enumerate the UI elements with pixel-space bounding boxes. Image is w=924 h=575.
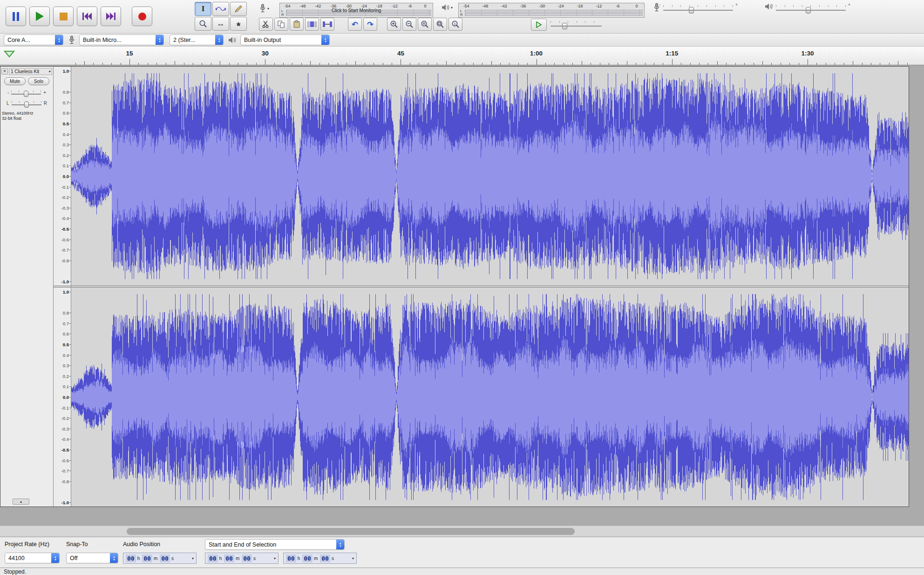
track-name-dropdown[interactable]: 1 Clueless Kit ▾ <box>9 68 52 75</box>
trim-icon <box>307 21 317 28</box>
mic-icon <box>259 4 266 13</box>
copy-button[interactable] <box>274 18 288 31</box>
trim-audio-button[interactable] <box>305 18 319 31</box>
play-speed-thumb[interactable] <box>562 23 567 29</box>
copy-icon <box>277 20 285 28</box>
play-at-speed-toolbar <box>531 19 602 31</box>
snap-to-dropdown[interactable]: Off ▴▾ <box>66 553 118 563</box>
audio-track: × 1 Clueless Kit ▾ Mute Solo - + L R <box>0 66 909 507</box>
silence-audio-button[interactable] <box>320 18 334 31</box>
device-toolbar: Core A... ▴▾ Built-in Micro... ▴▾ 2 (Ste… <box>0 34 924 47</box>
recording-meter[interactable]: -54-48-42-36-30-24-18-12-60LRClick to St… <box>279 3 433 18</box>
collapse-track-button[interactable]: ▲ <box>13 499 29 505</box>
zoom-selection-button[interactable] <box>418 18 432 31</box>
project-rate-value: 44100 <box>8 555 48 561</box>
audio-position-field[interactable]: 00h00m00s▾ <box>123 553 197 564</box>
output-volume-slider[interactable]: -+ <box>765 3 846 17</box>
timeline-label: 15 <box>126 50 133 57</box>
meter-bar <box>465 13 643 16</box>
undo-icon: ↶ <box>352 20 358 29</box>
multi-tool[interactable]: * <box>230 17 247 31</box>
snap-to-label: Snap-To <box>66 541 88 548</box>
chevron-down-icon: ▾ <box>192 556 194 561</box>
dropdown-arrows-icon: ▴▾ <box>215 35 223 45</box>
meter-bar <box>465 10 643 13</box>
playback-meter-dropdown[interactable]: ▾ <box>442 4 453 11</box>
track-close-button[interactable]: × <box>1 68 8 75</box>
cut-icon <box>262 20 270 28</box>
stop-button[interactable] <box>53 7 74 26</box>
tools-toolbar: I↔* <box>195 2 247 31</box>
selection-tool[interactable]: I <box>195 2 211 16</box>
chevron-down-icon: ▾ <box>352 556 354 561</box>
chevron-down-icon: ▾ <box>48 69 50 74</box>
speaker-icon <box>228 36 237 44</box>
selection-mode-dropdown[interactable]: Start and End of Selection ▴▾ <box>205 539 345 550</box>
zoom-in-button[interactable] <box>387 18 401 31</box>
draw-tool[interactable] <box>230 2 247 16</box>
pan-slider[interactable]: L R <box>0 100 53 107</box>
input-device-dropdown[interactable]: Built-in Micro... ▴▾ <box>79 34 164 45</box>
timeshift-tool[interactable]: ↔ <box>212 17 229 31</box>
audio-host-dropdown[interactable]: Core A... ▴▾ <box>4 34 63 45</box>
play-speed-icon <box>536 21 542 28</box>
audio-host-value: Core A... <box>7 37 52 43</box>
dropdown-arrows-icon: ▴▾ <box>321 35 329 45</box>
timeshift-icon: ↔ <box>217 19 225 28</box>
solo-button[interactable]: Solo <box>28 77 49 85</box>
pan-thumb[interactable] <box>24 102 29 108</box>
pause-button[interactable] <box>6 7 26 26</box>
output-volume-thumb[interactable] <box>806 7 811 14</box>
timeline-label: 45 <box>397 50 404 57</box>
dropdown-arrows-icon: ▴▾ <box>51 553 59 563</box>
track-name: 1 Clueless Kit <box>11 69 39 74</box>
track-info: Stereo, 44100Hz 32-bit float <box>0 111 53 121</box>
track-control-panel: × 1 Clueless Kit ▾ Mute Solo - + L R <box>0 67 54 507</box>
mute-button[interactable]: Mute <box>4 77 26 85</box>
envelope-tool[interactable] <box>212 2 229 16</box>
pan-left-label: L <box>7 101 9 106</box>
record-button[interactable] <box>132 7 152 26</box>
horizontal-scrollbar[interactable] <box>0 526 924 537</box>
undo-button[interactable]: ↶ <box>348 18 362 31</box>
output-device-dropdown[interactable]: Built-in Output ▴▾ <box>240 34 330 45</box>
microphone-icon <box>68 35 75 45</box>
gain-thumb[interactable] <box>24 91 28 97</box>
zoom-out-button[interactable] <box>402 18 416 31</box>
play-speed-slider[interactable] <box>550 20 602 31</box>
project-rate-dropdown[interactable]: 44100 ▴▾ <box>5 553 60 563</box>
waveform-right-channel[interactable] <box>71 288 909 507</box>
monitoring-overlay-text[interactable]: Click to Start Monitoring <box>280 8 433 13</box>
selection-mode-value: Start and End of Selection <box>209 541 333 548</box>
waveform-left-channel[interactable] <box>71 67 909 286</box>
track-area: × 1 Clueless Kit ▾ Mute Solo - + L R <box>0 65 924 526</box>
selection-end-field[interactable]: 00h00m00s▾ <box>283 553 357 564</box>
play-at-speed-button[interactable] <box>531 19 547 31</box>
recording-meter-dropdown[interactable]: ▾ <box>259 4 269 13</box>
zoom-toggle-button[interactable]: 1 <box>448 18 462 31</box>
skip-to-end-button[interactable] <box>101 7 121 26</box>
zoom-fit-button[interactable] <box>433 18 447 31</box>
input-channels-dropdown[interactable]: 2 (Ster... ▴▾ <box>170 34 224 45</box>
meter-channel-labels: LR <box>460 9 465 17</box>
input-volume-slider[interactable]: -+ <box>653 3 733 17</box>
cut-button[interactable] <box>259 18 273 31</box>
redo-button[interactable]: ↷ <box>363 18 377 31</box>
horizontal-scrollbar-thumb[interactable] <box>127 528 575 535</box>
input-volume-thumb[interactable] <box>689 7 694 14</box>
timeline-label: 1:30 <box>801 50 814 57</box>
play-button[interactable] <box>29 7 50 26</box>
record-icon <box>138 13 146 21</box>
selection-start-field[interactable]: 00h00m00s▾ <box>205 553 279 564</box>
skip-to-start-button[interactable] <box>77 7 97 26</box>
zoom-tool[interactable] <box>195 17 211 31</box>
skip-end-icon <box>105 12 116 21</box>
plus-label: + <box>735 2 738 7</box>
timeline-ruler[interactable]: 1530451:001:151:30 <box>0 47 924 65</box>
playback-meter[interactable]: -54-48-42-36-30-24-18-12-60LR <box>458 3 645 18</box>
gain-slider[interactable]: - + <box>0 89 53 96</box>
output-device-value: Built-in Output <box>244 37 319 43</box>
paste-button[interactable] <box>290 18 304 31</box>
redo-icon: ↷ <box>367 20 373 29</box>
pan-right-label: R <box>44 101 47 106</box>
